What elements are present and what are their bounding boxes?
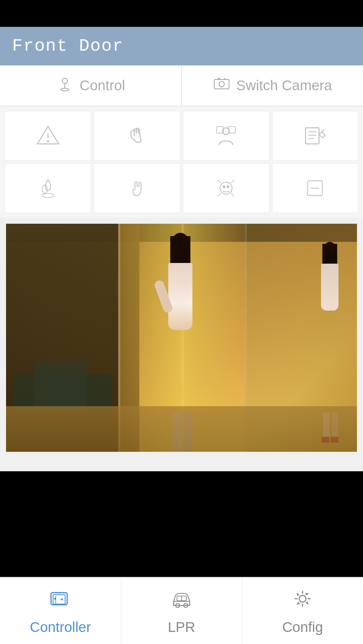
camera-switch-icon bbox=[213, 75, 230, 96]
warning-triangle-icon bbox=[36, 124, 60, 148]
status-bar bbox=[0, 0, 363, 27]
action-hand-gesture[interactable] bbox=[94, 111, 180, 161]
camera-feed bbox=[6, 224, 357, 452]
svg-rect-12 bbox=[306, 128, 319, 144]
svg-point-4 bbox=[219, 82, 224, 87]
touch-icon bbox=[125, 176, 149, 200]
nav-config[interactable]: Config bbox=[242, 578, 363, 644]
nav-lpr[interactable]: LPR bbox=[121, 578, 242, 644]
car-icon bbox=[170, 587, 194, 616]
nav-controller-label: Controller bbox=[30, 619, 91, 635]
action-grid bbox=[0, 106, 363, 218]
tab-bar: Control Switch Camera bbox=[0, 65, 363, 106]
gear-icon bbox=[290, 587, 315, 616]
svg-point-34 bbox=[299, 595, 306, 602]
fire-icon bbox=[36, 176, 60, 200]
controller-icon bbox=[48, 587, 73, 616]
header: Front Door bbox=[0, 27, 363, 65]
action-fire[interactable] bbox=[5, 163, 91, 213]
camera-feed-wrapper bbox=[0, 218, 363, 471]
face-detect-icon bbox=[214, 176, 238, 200]
hand-wave-icon bbox=[125, 124, 149, 148]
scene-chair bbox=[34, 361, 87, 411]
nav-lpr-label: LPR bbox=[168, 619, 195, 635]
svg-point-0 bbox=[62, 78, 67, 84]
svg-point-18 bbox=[223, 186, 225, 188]
page-title: Front Door bbox=[12, 36, 351, 56]
tab-control[interactable]: Control bbox=[0, 65, 182, 106]
tab-control-label: Control bbox=[80, 77, 125, 94]
action-person-detect[interactable] bbox=[183, 111, 269, 161]
scene-floor bbox=[6, 406, 357, 452]
svg-rect-3 bbox=[214, 79, 229, 89]
tab-switch-camera-label: Switch Camera bbox=[236, 77, 332, 94]
camera-feed-bottom bbox=[6, 452, 357, 465]
svg-point-19 bbox=[227, 186, 229, 188]
tab-switch-camera[interactable]: Switch Camera bbox=[182, 65, 363, 106]
action-alert[interactable] bbox=[5, 111, 91, 161]
svg-point-16 bbox=[42, 194, 54, 198]
svg-point-17 bbox=[220, 182, 232, 194]
remove-circle-icon bbox=[303, 176, 327, 200]
nav-config-label: Config bbox=[282, 619, 323, 635]
svg-point-8 bbox=[47, 141, 49, 142]
action-touch[interactable] bbox=[94, 163, 180, 213]
tools-icon bbox=[303, 124, 327, 148]
action-tools[interactable] bbox=[272, 111, 358, 161]
joystick-icon bbox=[56, 75, 74, 96]
person-detect-icon bbox=[214, 124, 238, 148]
action-remove[interactable] bbox=[272, 163, 358, 213]
action-face-detect[interactable] bbox=[183, 163, 269, 213]
svg-point-2 bbox=[61, 88, 69, 91]
nav-controller[interactable]: Controller bbox=[0, 578, 121, 644]
camera-scene bbox=[6, 224, 357, 452]
svg-point-26 bbox=[61, 598, 63, 600]
bottom-nav: Controller LPR Config bbox=[0, 577, 363, 644]
